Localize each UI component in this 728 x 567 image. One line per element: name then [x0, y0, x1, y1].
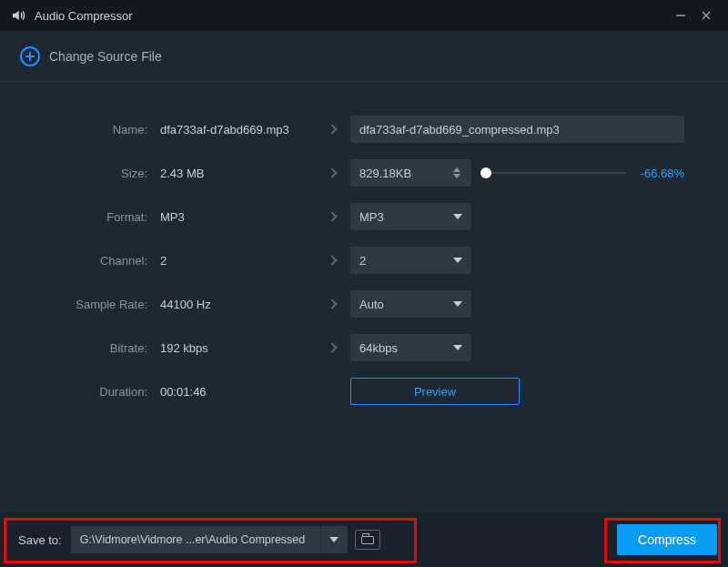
chevron-right-icon — [327, 167, 337, 177]
chevron-down-icon — [453, 258, 462, 263]
row-sample-rate: Sample Rate: 44100 Hz Auto — [0, 282, 728, 326]
window-title: Audio Compressor — [35, 9, 668, 23]
preview-button-label: Preview — [414, 385, 456, 399]
chevron-right-icon — [327, 255, 337, 265]
size-spinner[interactable] — [453, 161, 468, 185]
channel-dropdown[interactable]: 2 — [350, 247, 471, 274]
settings-form: Name: dfa733af-d7abd669.mp3 dfa733af-d7a… — [0, 82, 728, 413]
label-sample-rate: Sample Rate: — [0, 298, 155, 311]
close-button[interactable] — [693, 3, 719, 28]
bitrate-dropdown[interactable]: 64kbps — [350, 334, 471, 361]
save-path-dropdown[interactable] — [320, 526, 348, 553]
output-size-field[interactable]: 829.18KB — [350, 159, 471, 187]
plus-circle-icon — [20, 46, 40, 66]
chevron-right-icon — [327, 299, 337, 309]
spinner-up-icon[interactable] — [453, 167, 460, 172]
chevron-right-icon — [327, 211, 337, 221]
value-format-src: MP3 — [155, 210, 314, 224]
browse-folder-button[interactable] — [355, 530, 380, 550]
chevron-down-icon — [453, 345, 462, 350]
sample-rate-dropdown[interactable]: Auto — [350, 290, 471, 318]
chevron-right-icon — [327, 124, 337, 134]
compress-button-label: Compress — [638, 532, 696, 547]
chevron-down-icon — [329, 537, 339, 542]
value-channel-src: 2 — [155, 254, 314, 268]
chevron-down-icon — [453, 214, 462, 219]
output-size-text: 829.18KB — [359, 167, 411, 180]
change-source-label: Change Source File — [49, 49, 162, 64]
save-path-text: G:\Vidmore\Vidmore ...er\Audio Compresse… — [71, 533, 320, 546]
value-duration: 00:01:46 — [155, 385, 314, 399]
row-channel: Channel: 2 2 — [0, 238, 728, 282]
channel-selected: 2 — [359, 254, 366, 268]
output-name-text: dfa733af-d7abd669_compressed.mp3 — [359, 123, 560, 137]
label-duration: Duration: — [0, 385, 155, 399]
format-dropdown[interactable]: MP3 — [350, 203, 471, 230]
chevron-right-icon — [327, 342, 337, 352]
bottom-bar: Save to: G:\Vidmore\Vidmore ...er\Audio … — [0, 512, 728, 567]
row-size: Size: 2.43 MB 829.18KB -66.68% — [0, 151, 728, 195]
row-name: Name: dfa733af-d7abd669.mp3 dfa733af-d7a… — [0, 107, 728, 151]
compress-button[interactable]: Compress — [617, 524, 717, 555]
titlebar: Audio Compressor — [0, 0, 728, 31]
output-name-field[interactable]: dfa733af-d7abd669_compressed.mp3 — [350, 116, 684, 143]
bitrate-selected: 64kbps — [359, 341, 398, 355]
value-size-src: 2.43 MB — [155, 167, 314, 180]
sample-rate-selected: Auto — [359, 298, 384, 311]
row-duration: Duration: 00:01:46 Preview — [0, 370, 728, 413]
save-path-box[interactable]: G:\Vidmore\Vidmore ...er\Audio Compresse… — [71, 526, 348, 553]
format-selected: MP3 — [359, 210, 384, 224]
preview-button[interactable]: Preview — [350, 378, 520, 405]
slider-track[interactable] — [480, 172, 626, 174]
value-bitrate-src: 192 kbps — [155, 341, 314, 355]
row-format: Format: MP3 MP3 — [0, 195, 728, 238]
slider-thumb[interactable] — [480, 167, 491, 178]
value-name-src: dfa733af-d7abd669.mp3 — [155, 123, 314, 137]
row-bitrate: Bitrate: 192 kbps 64kbps — [0, 326, 728, 370]
label-format: Format: — [0, 210, 155, 224]
save-to-label: Save to: — [18, 533, 62, 547]
label-bitrate: Bitrate: — [0, 341, 155, 355]
chevron-down-icon — [453, 301, 462, 307]
app-speaker-icon — [9, 6, 27, 25]
size-percentage: -66.68% — [633, 167, 684, 180]
size-slider[interactable]: -66.68% — [480, 167, 684, 180]
spinner-down-icon[interactable] — [453, 174, 460, 178]
change-source-row[interactable]: Change Source File — [0, 31, 728, 82]
label-channel: Channel: — [0, 254, 155, 268]
label-size: Size: — [0, 167, 155, 180]
value-sample-src: 44100 Hz — [155, 298, 314, 311]
minimize-button[interactable] — [668, 3, 693, 28]
folder-icon — [361, 536, 374, 544]
label-name: Name: — [0, 123, 155, 137]
